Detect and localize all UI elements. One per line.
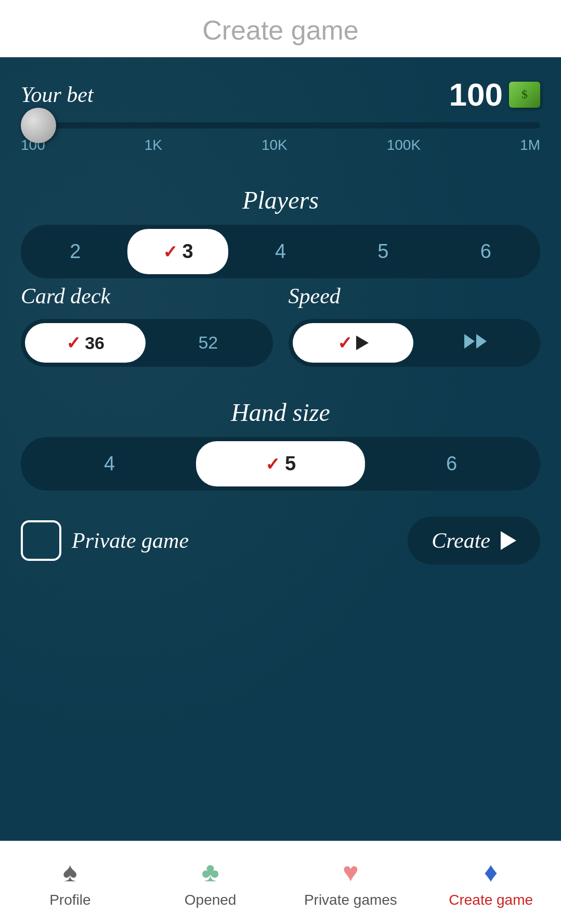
- deck-option-52[interactable]: 52: [148, 323, 268, 363]
- card-deck-section: Card deck ✓ 36 52: [21, 284, 273, 367]
- slider-label-1m: 1M: [520, 137, 540, 153]
- nav-label-opened: Opened: [185, 892, 237, 908]
- spade-icon: ♠: [63, 857, 77, 888]
- nav-item-profile[interactable]: ♠ Profile: [0, 841, 140, 924]
- speed-check: ✓: [337, 332, 352, 353]
- speed-title: Speed: [289, 284, 541, 309]
- speed-option-fast[interactable]: [415, 323, 536, 363]
- hand-check: ✓: [265, 454, 280, 474]
- page-title: Create game: [202, 15, 359, 45]
- nav-item-opened[interactable]: ♣ Opened: [140, 841, 281, 924]
- players-toggle-group: 2 ✓ 3 4 5 6: [21, 225, 540, 278]
- bottom-nav: ♠ Profile ♣ Opened ♥ Private games ♦ Cre…: [0, 841, 561, 924]
- deck-speed-row: Card deck ✓ 36 52 Speed ✓: [21, 284, 540, 367]
- bet-label: Your bet: [21, 82, 94, 107]
- create-button[interactable]: Create: [408, 517, 540, 564]
- slider-track: [21, 122, 540, 129]
- speed-option-normal[interactable]: ✓: [293, 323, 413, 363]
- create-button-arrow-icon: [501, 531, 516, 550]
- speed-toggle: ✓: [289, 319, 541, 367]
- private-game-left: Private game: [21, 520, 189, 561]
- nav-item-private-games[interactable]: ♥ Private games: [281, 841, 421, 924]
- slider-thumb[interactable]: [21, 108, 56, 143]
- slider-label-10k: 10K: [262, 137, 288, 153]
- slider-labels: 100 1K 10K 100K 1M: [21, 137, 540, 153]
- play-icon: [356, 336, 369, 350]
- bet-value: 100: [449, 76, 503, 113]
- speed-section: Speed ✓: [289, 284, 541, 367]
- hand-option-6[interactable]: 6: [367, 441, 536, 486]
- create-button-label: Create: [432, 528, 490, 553]
- nav-item-create-game[interactable]: ♦ Create game: [421, 841, 561, 924]
- slider-label-1k: 1K: [145, 137, 162, 153]
- fast-forward-icon: [464, 334, 487, 349]
- nav-label-create-game: Create game: [449, 892, 533, 908]
- hand-size-toggle: 4 ✓ 5 6: [21, 437, 540, 491]
- bet-slider[interactable]: 100 1K 10K 100K 1M: [21, 122, 540, 153]
- players-option-2[interactable]: 2: [25, 229, 125, 274]
- players-title: Players: [21, 186, 540, 214]
- bet-section: Your bet 100 100 1K 10K 100K 1M: [21, 76, 540, 161]
- hand-size-title: Hand size: [21, 398, 540, 427]
- money-icon: [509, 82, 540, 108]
- nav-label-private-games: Private games: [304, 892, 397, 908]
- header: Create game: [0, 0, 561, 57]
- players-section: Players 2 ✓ 3 4 5 6: [21, 170, 540, 278]
- deck-option-36[interactable]: ✓ 36: [25, 323, 146, 363]
- private-game-checkbox[interactable]: [21, 520, 61, 561]
- players-check: ✓: [163, 241, 177, 262]
- card-deck-title: Card deck: [21, 284, 273, 309]
- hand-option-4[interactable]: 4: [25, 441, 194, 486]
- slider-label-100k: 100K: [387, 137, 421, 153]
- private-game-label: Private game: [72, 528, 189, 553]
- players-option-6[interactable]: 6: [436, 229, 536, 274]
- players-option-4[interactable]: 4: [230, 229, 331, 274]
- club-icon: ♣: [202, 857, 219, 888]
- deck-check: ✓: [66, 332, 81, 353]
- hand-option-5[interactable]: ✓ 5: [196, 441, 365, 486]
- nav-label-profile: Profile: [49, 892, 90, 908]
- card-deck-toggle: ✓ 36 52: [21, 319, 273, 367]
- hand-size-section: Hand size 4 ✓ 5 6: [21, 382, 540, 491]
- players-option-3[interactable]: ✓ 3: [127, 229, 228, 274]
- bottom-row: Private game Create: [21, 517, 540, 564]
- bet-value-container: 100: [449, 76, 540, 113]
- diamond-icon: ♦: [484, 857, 498, 888]
- players-option-5[interactable]: 5: [333, 229, 433, 274]
- heart-icon: ♥: [343, 857, 359, 888]
- main-content: Your bet 100 100 1K 10K 100K 1M Players: [0, 57, 561, 841]
- bet-header: Your bet 100: [21, 76, 540, 113]
